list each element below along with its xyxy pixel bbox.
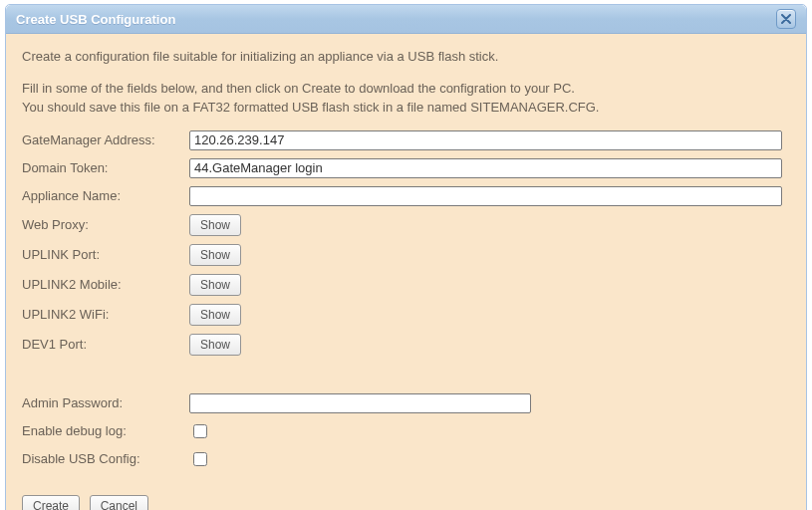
dialog-content: Create a configuration file suitable for… <box>6 34 806 510</box>
enable-debug-log-label: Enable debug log: <box>22 417 189 445</box>
gatemanager-address-input[interactable] <box>189 130 782 150</box>
dev1-port-show-button[interactable]: Show <box>189 334 241 356</box>
uplink2-mobile-show-button[interactable]: Show <box>189 274 241 296</box>
titlebar: Create USB Configuration <box>6 5 806 34</box>
close-icon <box>781 12 791 27</box>
dialog-title: Create USB Configuration <box>16 12 776 27</box>
intro-text: Create a configuration file suitable for… <box>22 48 790 117</box>
intro-line-1: Create a configuration file suitable for… <box>22 48 790 66</box>
uplink2-wifi-label: UPLINK2 WiFi: <box>22 300 189 330</box>
domain-token-label: Domain Token: <box>22 154 189 182</box>
config-form: GateManager Address: Domain Token: Appli… <box>22 127 790 473</box>
admin-password-label: Admin Password: <box>22 389 189 417</box>
gatemanager-address-label: GateManager Address: <box>22 127 189 154</box>
disable-usb-config-checkbox[interactable] <box>193 452 207 466</box>
web-proxy-show-button[interactable]: Show <box>189 214 241 236</box>
disable-usb-config-label: Disable USB Config: <box>22 445 189 473</box>
admin-password-input[interactable] <box>189 393 531 413</box>
web-proxy-label: Web Proxy: <box>22 210 189 240</box>
appliance-name-input[interactable] <box>189 186 782 206</box>
uplink-port-label: UPLINK Port: <box>22 240 189 270</box>
dev1-port-label: DEV1 Port: <box>22 330 189 360</box>
intro-line-2: Fill in some of the fields below, and th… <box>22 80 790 98</box>
cancel-button[interactable]: Cancel <box>90 495 148 510</box>
usb-config-dialog: Create USB Configuration Create a config… <box>5 4 807 510</box>
dialog-actions: Create Cancel <box>22 495 790 510</box>
appliance-name-label: Appliance Name: <box>22 182 189 210</box>
close-button[interactable] <box>776 9 796 29</box>
uplink2-wifi-show-button[interactable]: Show <box>189 304 241 326</box>
create-button[interactable]: Create <box>22 495 80 510</box>
uplink2-mobile-label: UPLINK2 Mobile: <box>22 270 189 300</box>
enable-debug-log-checkbox[interactable] <box>193 424 207 438</box>
uplink-port-show-button[interactable]: Show <box>189 244 241 266</box>
intro-line-3: You should save this file on a FAT32 for… <box>22 99 790 117</box>
domain-token-input[interactable] <box>189 158 782 178</box>
